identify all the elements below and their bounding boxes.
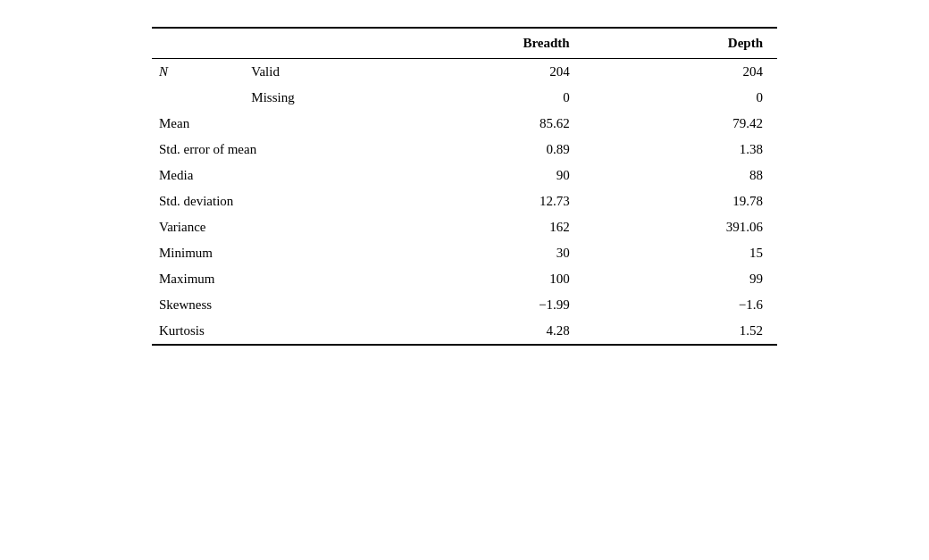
stat-row-depth: −1.6 [584,292,777,318]
row-n-missing-breadth: 0 [390,85,583,111]
stat-row-depth: 99 [584,266,777,292]
row-n-valid-breadth: 204 [390,59,583,86]
table-row: NValid204204 [152,59,777,86]
header-empty-1 [152,28,390,59]
table-row: Skewness−1.99−1.6 [152,292,777,318]
stat-row-label: Std. deviation [152,188,390,214]
row-n-label: N [152,59,206,86]
stat-row-breadth: 100 [390,266,583,292]
header-depth: Depth [584,28,777,59]
stat-row-breadth: 12.73 [390,188,583,214]
stat-row-label: Media [152,163,390,188]
footer-cell [152,345,777,353]
stat-row-depth: 1.52 [584,318,777,345]
statistics-table-container: Breadth Depth NValid204204Missing00Mean8… [152,27,777,353]
table-row: Variance162391.06 [152,214,777,240]
row-n-valid-sublabel: Valid [206,59,390,86]
stat-row-depth: 391.06 [584,214,777,240]
row-n-missing-sublabel: Missing [206,85,390,111]
stat-row-depth: 1.38 [584,137,777,163]
row-n-missing-label [152,85,206,111]
stat-row-label: Mean [152,111,390,137]
table-row: Std. error of mean0.891.38 [152,137,777,163]
header-breadth: Breadth [390,28,583,59]
stat-row-label: Maximum [152,266,390,292]
row-n-missing-depth: 0 [584,85,777,111]
stat-row-label: Minimum [152,240,390,266]
stat-row-breadth: −1.99 [390,292,583,318]
stat-row-depth: 15 [584,240,777,266]
row-n-valid-depth: 204 [584,59,777,86]
table-row: Media9088 [152,163,777,188]
stat-row-breadth: 30 [390,240,583,266]
stat-row-depth: 19.78 [584,188,777,214]
stat-row-depth: 88 [584,163,777,188]
stat-row-label: Kurtosis [152,318,390,345]
table-row: Missing00 [152,85,777,111]
stat-row-label: Std. error of mean [152,137,390,163]
table-row: Mean85.6279.42 [152,111,777,137]
table-footer-row [152,345,777,353]
statistics-table: Breadth Depth NValid204204Missing00Mean8… [152,27,777,353]
table-row: Kurtosis4.281.52 [152,318,777,345]
table-header-row: Breadth Depth [152,28,777,59]
stat-row-breadth: 85.62 [390,111,583,137]
table-row: Std. deviation12.7319.78 [152,188,777,214]
table-row: Maximum10099 [152,266,777,292]
stat-row-label: Skewness [152,292,390,318]
stat-row-breadth: 0.89 [390,137,583,163]
stat-row-breadth: 4.28 [390,318,583,345]
stat-row-breadth: 90 [390,163,583,188]
stat-row-label: Variance [152,214,390,240]
stat-row-depth: 79.42 [584,111,777,137]
table-row: Minimum3015 [152,240,777,266]
stat-row-breadth: 162 [390,214,583,240]
